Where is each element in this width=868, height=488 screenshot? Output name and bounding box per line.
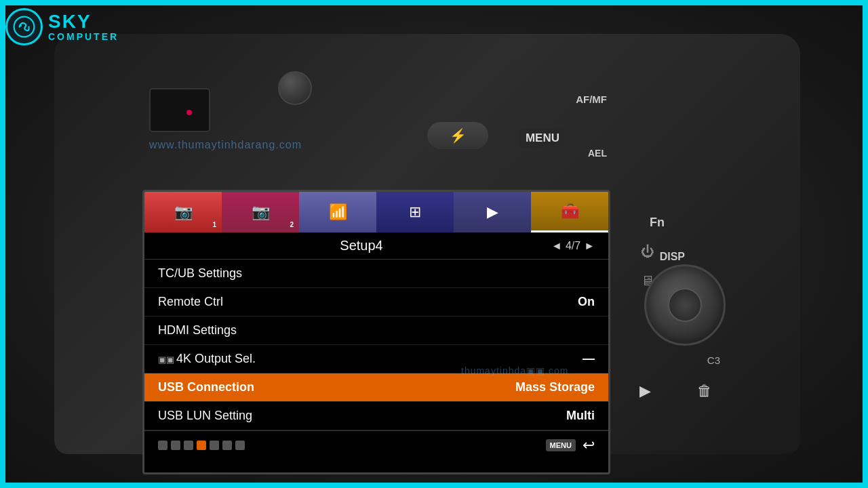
tab-camera1[interactable]: 📷 1	[144, 192, 222, 232]
nav-left[interactable]: ◄	[551, 240, 562, 252]
bottom-bar: MENU ↩	[144, 430, 608, 460]
dot-1	[158, 441, 167, 450]
camera-screen: 📷 1 📷 2 📶 ⊞ ▶ 🧰	[142, 190, 610, 474]
logo-container: SKY COMPUTER	[5, 8, 119, 45]
hdmi-label: HDMI Settings	[158, 323, 237, 338]
dot-7	[235, 441, 245, 450]
dial-wheel[interactable]	[644, 264, 726, 346]
menu-item-usb-connection[interactable]: USB Connection Mass Storage	[144, 373, 608, 402]
apps-icon: ⊞	[409, 203, 421, 221]
svg-point-0	[14, 17, 35, 37]
tcub-label: TC/UB Settings	[158, 266, 242, 281]
camera1-icon: 📷	[174, 203, 193, 221]
back-btn[interactable]: ↩	[583, 436, 595, 454]
delete-button[interactable]: 🗑	[697, 382, 712, 400]
remote-value: On	[578, 295, 595, 309]
tab-wireless[interactable]: 📶	[299, 192, 376, 232]
camera2-icon: 📷	[252, 203, 270, 221]
menu-label[interactable]: MENU	[519, 129, 566, 148]
usb-connection-value: Mass Storage	[515, 380, 595, 394]
dial-center[interactable]	[668, 288, 702, 322]
dot-3	[184, 441, 193, 450]
menu-item-usb-lun[interactable]: USB LUN Setting Multi	[144, 402, 608, 430]
setup-title: Setup4	[172, 238, 551, 253]
menu-item-hdmi[interactable]: HDMI Settings	[144, 317, 608, 345]
flash-button[interactable]: ⚡	[427, 122, 488, 149]
dot-6	[222, 441, 232, 450]
dot-4-active	[197, 441, 206, 450]
viewfinder	[149, 88, 210, 132]
bottom-btns: MENU ↩	[546, 436, 595, 454]
playback-button[interactable]: ▶	[639, 382, 651, 400]
af-mf-label: AF/MF	[576, 94, 607, 105]
logo-text: SKY COMPUTER	[48, 12, 119, 42]
menu-item-4k[interactable]: ▣▣4K Output Sel. —	[144, 345, 608, 373]
playback-icon: ▶	[487, 203, 498, 221]
tab-apps[interactable]: ⊞	[376, 192, 454, 232]
tab-camera2[interactable]: 📷 2	[222, 192, 299, 232]
4k-value: —	[583, 352, 595, 366]
logo-sub: COMPUTER	[48, 31, 119, 42]
tab-setup[interactable]: 🧰	[531, 192, 608, 232]
top-knob[interactable]	[278, 71, 312, 105]
vf-indicator	[186, 110, 192, 115]
menu-items: TC/UB Settings Remote Ctrl On HDMI Setti…	[144, 260, 608, 430]
menu-bottom-btn[interactable]: MENU	[546, 439, 576, 451]
svg-point-1	[20, 24, 22, 27]
nav-page: 4/7	[566, 240, 580, 252]
disp-label[interactable]: DISP	[660, 251, 685, 263]
wireless-icon: 📶	[329, 203, 347, 221]
usb-lun-label: USB LUN Setting	[158, 409, 252, 423]
setup-header: Setup4 ◄ 4/7 ►	[144, 232, 608, 260]
page-dots	[158, 441, 245, 450]
menu-tabs: 📷 1 📷 2 📶 ⊞ ▶ 🧰	[144, 192, 608, 232]
ael-label: AEL	[588, 148, 607, 159]
dot-5	[210, 441, 219, 450]
logo-icon	[5, 8, 43, 45]
usb-lun-value: Multi	[566, 409, 595, 423]
nav-right[interactable]: ►	[584, 240, 595, 252]
login-icon[interactable]: ⏻	[641, 244, 654, 260]
usb-connection-label: USB Connection	[158, 380, 254, 394]
tab1-badge: 1	[212, 221, 216, 228]
tab2-badge: 2	[290, 221, 294, 228]
tab-playback[interactable]: ▶	[454, 192, 531, 232]
4k-label: ▣▣4K Output Sel.	[158, 352, 256, 366]
logo-brand: SKY	[48, 12, 119, 31]
watermark-1: www.thumaytinhdarang.com	[149, 139, 302, 151]
dot-2	[171, 441, 180, 450]
setup-icon: 🧰	[561, 203, 579, 220]
camera-body: ⚡ AF/MF MENU AEL Fn DISP ISO C3 ⏻ 🖥 ▶ 🗑 …	[54, 34, 800, 454]
c3-label: C3	[707, 354, 720, 366]
hdmi-prefix-icon: ▣▣	[158, 354, 174, 365]
fn-label[interactable]: Fn	[650, 216, 665, 230]
camera-background: SKY COMPUTER ⚡ AF/MF MENU AEL Fn DISP IS…	[0, 0, 868, 488]
logo-svg	[12, 15, 36, 39]
remote-label: Remote Ctrl	[158, 295, 223, 309]
menu-item-remote[interactable]: Remote Ctrl On	[144, 288, 608, 317]
menu-item-tcub[interactable]: TC/UB Settings	[144, 260, 608, 288]
setup-nav: ◄ 4/7 ►	[551, 240, 595, 252]
